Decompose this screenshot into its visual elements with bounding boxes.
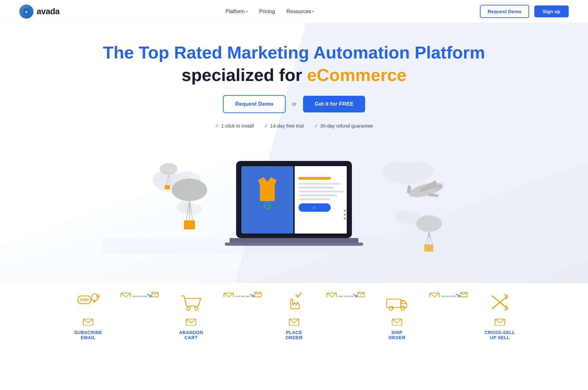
hero-illustration-svg: ✓ 🛒 <box>101 145 487 254</box>
logo-icon: a <box>19 4 33 19</box>
hero-illustration: ✓ 🛒 <box>6 145 582 254</box>
arrow-icon <box>120 289 159 297</box>
check-icon: ✓ <box>215 123 219 129</box>
svg-rect-41 <box>299 191 344 192</box>
svg-point-7 <box>402 162 434 178</box>
hero-title-line2: specialized for eCommerce <box>6 65 582 85</box>
nav-signup-button[interactable]: Sign up <box>534 5 569 17</box>
workflow-item-abandon-cart: ABANDON CART <box>159 289 223 340</box>
svg-text:✓: ✓ <box>266 204 269 208</box>
svg-point-54 <box>94 301 96 303</box>
svg-point-62 <box>195 307 198 310</box>
envelope-icon <box>289 318 299 325</box>
nav-request-demo-button[interactable]: Request Demo <box>480 5 529 18</box>
arrow-icon <box>429 289 468 297</box>
check-trial: ✓ 14-day free trial <box>264 123 304 129</box>
check-install: ✓ 1-click to install <box>215 123 254 129</box>
nav-pricing[interactable]: Pricing <box>259 9 275 14</box>
nav-resources[interactable]: Resources ▾ <box>287 9 314 14</box>
ship-order-icon-area <box>384 289 410 315</box>
workflow-item-subscribe: SUBS SUBSCRIBE EMAIL <box>56 289 120 340</box>
chevron-down-icon: ▾ <box>312 10 314 13</box>
svg-rect-43 <box>299 198 331 200</box>
envelope-icon <box>391 318 402 325</box>
svg-rect-39 <box>299 183 340 185</box>
svg-point-76 <box>389 306 393 310</box>
hero-checks: ✓ 1-click to install ✓ 14-day free trial… <box>6 123 582 129</box>
check-refund: ✓ 30-day refund guarantee <box>314 123 373 129</box>
place-order-icon-area <box>281 289 307 315</box>
svg-rect-25 <box>165 185 170 189</box>
workflow-arrow-1 <box>120 289 159 315</box>
cross-sell-label: CROSS-SELL UP SELL <box>484 330 515 340</box>
hero-title-line1: The Top Rated Marketing Automation Platf… <box>6 42 582 62</box>
abandon-cart-icon-area <box>178 289 204 315</box>
nav-links: Platform ▾ Pricing Resources ▾ <box>225 9 314 14</box>
svg-point-61 <box>187 307 190 310</box>
svg-point-47 <box>344 214 346 216</box>
workflow-section: SUBS SUBSCRIBE EMAIL <box>0 283 588 359</box>
place-order-label: PLACE ORDER <box>285 330 302 340</box>
svg-marker-14 <box>428 193 439 197</box>
envelope-icon <box>186 318 197 325</box>
svg-point-11 <box>394 210 412 222</box>
hero-get-free-button[interactable]: Get it for FREE <box>303 96 365 112</box>
hero-section: The Top Rated Marketing Automation Platf… <box>0 23 588 283</box>
workflow-item-cross-sell: CROSS-SELL UP SELL <box>468 289 532 340</box>
envelope-icon <box>494 318 505 325</box>
subscribe-label: SUBSCRIBE EMAIL <box>74 330 102 340</box>
abandon-cart-icon <box>178 289 204 315</box>
nav-platform[interactable]: Platform ▾ <box>225 9 248 14</box>
nav-actions: Request Demo Sign up <box>480 5 569 18</box>
svg-point-26 <box>416 215 442 232</box>
workflow-arrow-2 <box>223 289 262 315</box>
hero-buttons: Request Demo or Get it for FREE <box>6 95 582 113</box>
workflow-item-place-order: PLACE ORDER <box>262 289 326 340</box>
subscribe-icon-area: SUBS <box>75 289 101 315</box>
svg-text:a: a <box>25 9 28 14</box>
svg-text:🛒: 🛒 <box>312 205 317 210</box>
envelope-icon <box>83 318 94 325</box>
hero-or-label: or <box>292 101 297 107</box>
svg-point-17 <box>172 179 207 201</box>
subscribe-icon: SUBS <box>75 289 101 315</box>
workflow-arrow-4 <box>429 289 468 315</box>
svg-text:SUBS: SUBS <box>80 298 89 302</box>
chevron-down-icon: ▾ <box>246 10 248 13</box>
svg-point-22 <box>160 163 178 175</box>
place-order-icon <box>281 289 307 315</box>
workflow-arrow-3 <box>326 289 365 315</box>
svg-rect-75 <box>387 299 401 307</box>
cross-sell-icon <box>487 289 513 315</box>
svg-point-77 <box>401 306 405 310</box>
svg-rect-42 <box>299 194 337 196</box>
svg-rect-51 <box>101 238 487 254</box>
check-icon: ✓ <box>314 123 318 129</box>
logo-text: avada <box>37 6 60 16</box>
arrow-icon <box>223 289 262 297</box>
workflow-item-ship-order: SHIP ORDER <box>365 289 429 340</box>
check-icon: ✓ <box>264 123 268 129</box>
ship-order-icon <box>384 289 410 315</box>
arrow-icon <box>326 289 365 297</box>
hero-request-demo-button[interactable]: Request Demo <box>223 95 286 113</box>
abandon-cart-label: ABANDON CART <box>179 330 203 340</box>
logo[interactable]: a avada <box>19 4 60 19</box>
svg-point-48 <box>344 217 346 219</box>
navbar: a avada Platform ▾ Pricing Resources ▾ R… <box>0 0 588 23</box>
svg-point-46 <box>344 210 346 212</box>
ship-order-label: SHIP ORDER <box>388 330 405 340</box>
svg-rect-40 <box>299 187 334 189</box>
svg-rect-21 <box>184 220 195 229</box>
hero-content: The Top Rated Marketing Automation Platf… <box>6 42 582 254</box>
cross-sell-icon-area <box>487 289 513 315</box>
svg-rect-38 <box>299 177 331 180</box>
